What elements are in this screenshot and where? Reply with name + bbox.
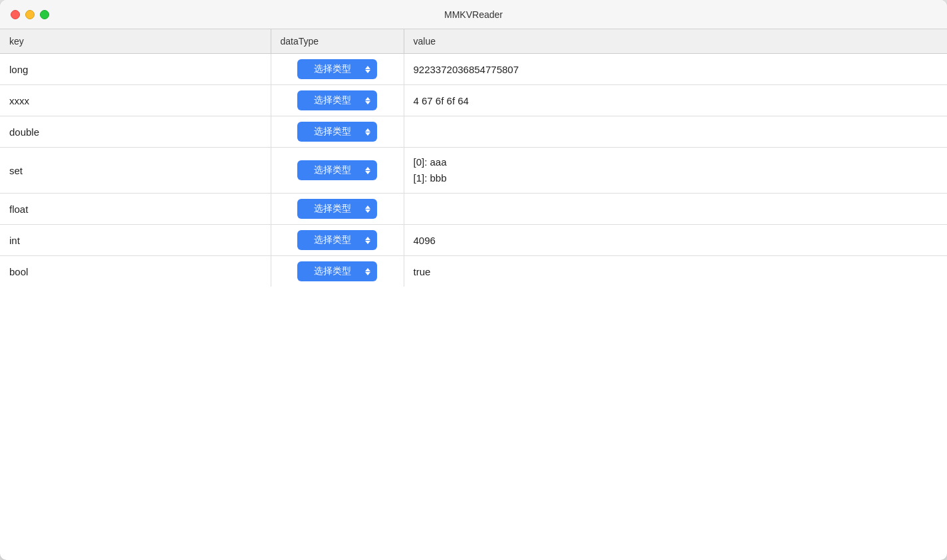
arrow-down-icon [365, 70, 370, 73]
arrow-down-icon [365, 272, 370, 275]
header-value: value [404, 29, 947, 54]
cell-key-3: set [0, 156, 271, 186]
arrow-down-icon [365, 101, 370, 104]
select-arrows-icon-5 [365, 237, 370, 244]
cell-value-4 [404, 200, 948, 218]
data-table: key dataType value long选择类型9223372036854… [0, 29, 947, 287]
arrow-up-icon [365, 66, 370, 69]
select-arrows-icon-4 [365, 206, 370, 213]
cell-key-5: int [0, 225, 271, 255]
table-row: int选择类型4096 [0, 225, 947, 256]
table-row: xxxx选择类型4 67 6f 6f 64 [0, 85, 947, 116]
close-button[interactable] [11, 10, 20, 19]
select-arrows-icon-1 [365, 97, 370, 104]
select-datatype-5[interactable]: 选择类型 [297, 230, 377, 250]
select-datatype-0[interactable]: 选择类型 [297, 59, 377, 79]
arrow-down-icon [365, 241, 370, 244]
cell-key-0: long [0, 55, 271, 84]
select-datatype-2[interactable]: 选择类型 [297, 122, 377, 142]
header-key: key [0, 29, 271, 54]
cell-value-5: 4096 [404, 225, 948, 255]
select-label-0: 选择类型 [304, 63, 361, 75]
main-window: MMKVReader key dataType value long选择类型92… [0, 0, 947, 560]
select-datatype-4[interactable]: 选择类型 [297, 199, 377, 219]
cell-value-0: 9223372036854775807 [404, 55, 948, 84]
select-label-1: 选择类型 [304, 94, 361, 106]
cell-key-1: xxxx [0, 86, 271, 116]
select-arrows-icon-0 [365, 66, 370, 73]
arrow-up-icon [365, 128, 370, 132]
arrow-up-icon [365, 268, 370, 271]
table-row: double选择类型 [0, 116, 947, 148]
arrow-up-icon [365, 206, 370, 209]
select-label-3: 选择类型 [304, 164, 361, 176]
arrow-down-icon [365, 132, 370, 136]
minimize-button[interactable] [25, 10, 35, 19]
table-row: float选择类型 [0, 194, 947, 225]
arrow-up-icon [365, 237, 370, 240]
select-label-2: 选择类型 [304, 126, 361, 138]
table-row: set选择类型[0]: aaa[1]: bbb [0, 148, 947, 194]
table-row: long选择类型9223372036854775807 [0, 54, 947, 85]
arrow-down-icon [365, 171, 370, 174]
cell-value-6: true [404, 257, 948, 287]
select-datatype-1[interactable]: 选择类型 [297, 90, 377, 110]
table-header-row: key dataType value [0, 29, 947, 54]
arrow-down-icon [365, 210, 370, 213]
select-label-5: 选择类型 [304, 234, 361, 246]
traffic-lights [11, 10, 49, 19]
select-arrows-icon-6 [365, 268, 370, 275]
select-datatype-3[interactable]: 选择类型 [297, 160, 377, 180]
header-datatype: dataType [271, 29, 404, 54]
select-label-4: 选择类型 [304, 203, 361, 215]
cell-value-1: 4 67 6f 6f 64 [404, 86, 948, 116]
cell-key-4: float [0, 194, 271, 224]
cell-value-3: [0]: aaa[1]: bbb [404, 148, 948, 193]
cell-key-2: double [0, 117, 271, 147]
cell-key-6: bool [0, 257, 271, 287]
select-datatype-6[interactable]: 选择类型 [297, 261, 377, 281]
table-row: bool选择类型true [0, 256, 947, 287]
table-container: key dataType value long选择类型9223372036854… [0, 29, 947, 560]
titlebar: MMKVReader [0, 0, 947, 29]
select-label-6: 选择类型 [304, 265, 361, 277]
select-arrows-icon-3 [365, 167, 370, 174]
select-arrows-icon-2 [365, 128, 370, 136]
arrow-up-icon [365, 167, 370, 170]
maximize-button[interactable] [40, 10, 49, 19]
cell-value-2 [404, 122, 948, 141]
arrow-up-icon [365, 97, 370, 100]
window-title: MMKVReader [444, 9, 503, 20]
